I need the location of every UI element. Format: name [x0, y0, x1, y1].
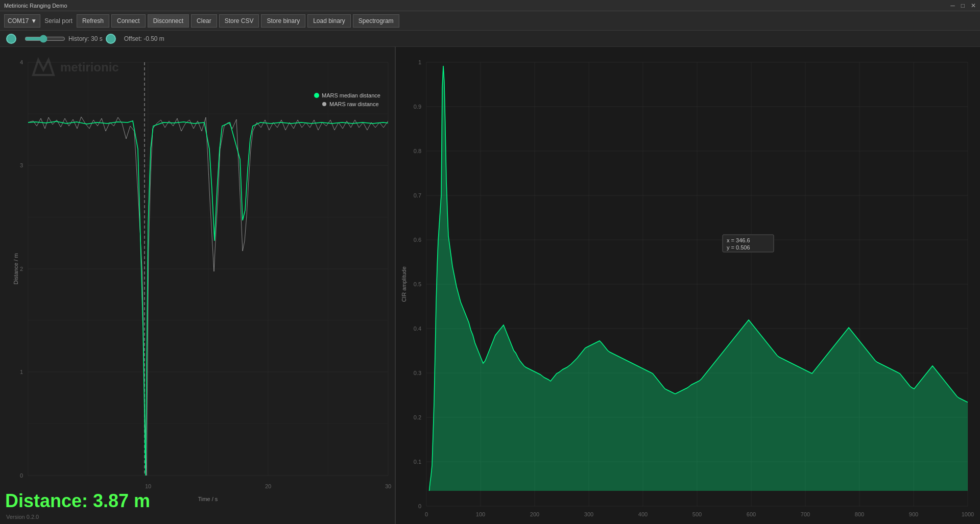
svg-point-31 [322, 102, 326, 106]
svg-text:MARS raw distance: MARS raw distance [329, 101, 379, 107]
svg-text:600: 600 [747, 511, 756, 517]
logo-watermark: metirionic [31, 57, 119, 78]
disconnect-button[interactable]: Disconnect [148, 14, 189, 28]
svg-marker-0 [33, 60, 54, 75]
svg-text:30: 30 [385, 483, 391, 489]
restore-button[interactable]: □ [961, 2, 965, 9]
main-content: metirionic [0, 47, 980, 524]
svg-text:1: 1 [418, 59, 421, 65]
svg-text:300: 300 [584, 511, 593, 517]
history-slider[interactable] [25, 35, 65, 43]
connect-button[interactable]: Connect [111, 14, 146, 28]
version-display: Version 0.2.0 [6, 514, 39, 520]
svg-text:0: 0 [425, 511, 428, 517]
svg-text:0.2: 0.2 [414, 414, 421, 420]
svg-text:500: 500 [692, 511, 702, 517]
distance-display: Distance: 3.87 m [5, 490, 150, 512]
port-selector[interactable]: COM17 ▼ [4, 14, 40, 28]
svg-text:900: 900 [909, 511, 918, 517]
svg-text:0.9: 0.9 [414, 104, 421, 110]
distance-value: Distance: 3.87 m [5, 490, 150, 511]
svg-text:0.5: 0.5 [414, 281, 421, 287]
port-dropdown-icon: ▼ [31, 17, 37, 24]
right-chart-panel: 1 0.9 0.8 0.7 0.6 0.5 0.4 0.3 0.2 0.1 0 … [396, 47, 980, 524]
left-chart-panel: metirionic [0, 47, 396, 524]
options-bar: History: 30 s Offset: -0.50 m [0, 31, 980, 47]
svg-text:20: 20 [265, 483, 271, 489]
tooltip-x: x = 346.6 [727, 237, 750, 243]
svg-text:Distance / m: Distance / m [13, 253, 19, 284]
svg-text:0.8: 0.8 [414, 148, 421, 154]
svg-text:0.4: 0.4 [414, 326, 421, 332]
store-binary-button[interactable]: Store binary [261, 14, 305, 28]
svg-text:4: 4 [20, 59, 23, 65]
svg-text:100: 100 [476, 511, 485, 517]
svg-text:400: 400 [638, 511, 648, 517]
spectrogram-button[interactable]: Spectrogram [353, 14, 399, 28]
title-bar-controls[interactable]: ─ □ ✕ [950, 2, 976, 9]
store-csv-button[interactable]: Store CSV [219, 14, 259, 28]
offset-label: Offset: -0.50 m [124, 35, 164, 42]
svg-text:2: 2 [20, 266, 23, 272]
refresh-button[interactable]: Refresh [77, 14, 109, 28]
svg-text:0: 0 [20, 472, 23, 479]
right-chart-svg: 1 0.9 0.8 0.7 0.6 0.5 0.4 0.3 0.2 0.1 0 … [396, 47, 980, 524]
svg-text:10: 10 [145, 483, 151, 489]
svg-text:0: 0 [418, 503, 421, 509]
svg-text:0.7: 0.7 [414, 192, 421, 198]
toolbar: COM17 ▼ Serial port Refresh Connect Disc… [0, 11, 980, 31]
clear-button[interactable]: Clear [191, 14, 217, 28]
svg-text:CIR amplitude: CIR amplitude [401, 266, 407, 302]
svg-text:0.6: 0.6 [414, 237, 421, 243]
left-chart-svg: 4 3 2 1 0 10 20 30 Distance / m Time / s… [0, 47, 396, 524]
port-label: COM17 [8, 17, 29, 24]
svg-text:200: 200 [530, 511, 539, 517]
title-bar-left: Metirionic Ranging Demo [4, 3, 67, 9]
svg-point-29 [314, 93, 319, 98]
title-bar: Metirionic Ranging Demo ─ □ ✕ [0, 0, 980, 11]
svg-text:MARS median distance: MARS median distance [322, 92, 380, 98]
toggle-history[interactable] [106, 34, 116, 44]
svg-text:3: 3 [20, 162, 23, 168]
close-button[interactable]: ✕ [971, 2, 976, 9]
svg-text:1: 1 [20, 369, 23, 375]
app-title: Metirionic Ranging Demo [4, 3, 67, 9]
svg-text:0.3: 0.3 [414, 370, 421, 376]
minimize-button[interactable]: ─ [950, 2, 955, 9]
load-binary-button[interactable]: Load binary [307, 14, 351, 28]
svg-text:700: 700 [801, 511, 810, 517]
history-label: History: 30 s [68, 35, 103, 42]
svg-text:1000: 1000 [962, 511, 974, 517]
history-slider-container: History: 30 s [25, 34, 116, 44]
toggle-left[interactable] [6, 34, 16, 44]
tooltip-y: y = 0.506 [727, 244, 750, 251]
svg-text:0.1: 0.1 [414, 459, 421, 465]
svg-text:Time / s: Time / s [198, 496, 218, 502]
svg-text:800: 800 [855, 511, 864, 517]
serial-port-label: Serial port [42, 17, 75, 24]
